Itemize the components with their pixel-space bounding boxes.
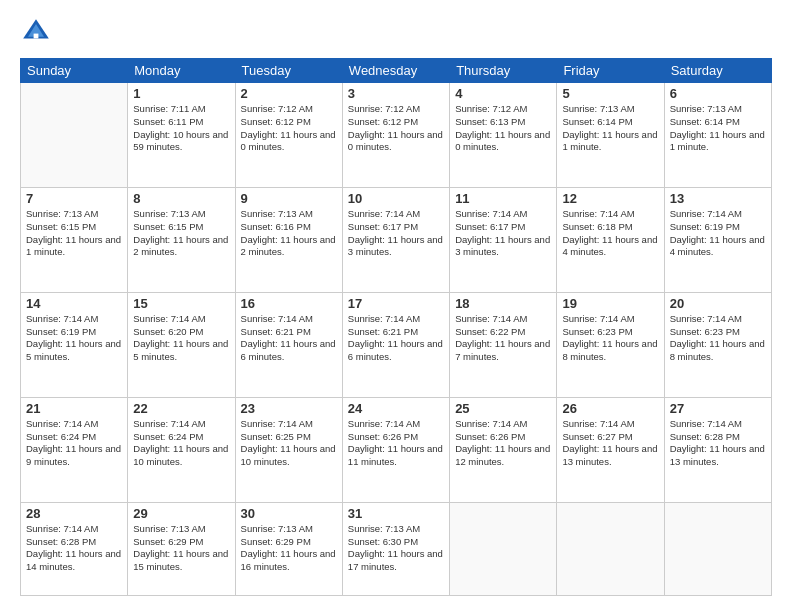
day-info: Sunrise: 7:14 AM Sunset: 6:23 PM Dayligh… bbox=[670, 313, 766, 364]
calendar-cell: 13Sunrise: 7:14 AM Sunset: 6:19 PM Dayli… bbox=[664, 187, 771, 292]
calendar-cell: 25Sunrise: 7:14 AM Sunset: 6:26 PM Dayli… bbox=[450, 397, 557, 502]
calendar-day-header: Sunday bbox=[21, 59, 128, 83]
day-number: 12 bbox=[562, 191, 658, 206]
calendar-cell: 14Sunrise: 7:14 AM Sunset: 6:19 PM Dayli… bbox=[21, 292, 128, 397]
calendar-cell: 15Sunrise: 7:14 AM Sunset: 6:20 PM Dayli… bbox=[128, 292, 235, 397]
day-number: 6 bbox=[670, 86, 766, 101]
day-number: 29 bbox=[133, 506, 229, 521]
day-number: 2 bbox=[241, 86, 337, 101]
day-number: 5 bbox=[562, 86, 658, 101]
day-info: Sunrise: 7:14 AM Sunset: 6:20 PM Dayligh… bbox=[133, 313, 229, 364]
calendar-cell: 7Sunrise: 7:13 AM Sunset: 6:15 PM Daylig… bbox=[21, 187, 128, 292]
day-number: 14 bbox=[26, 296, 122, 311]
day-info: Sunrise: 7:14 AM Sunset: 6:17 PM Dayligh… bbox=[348, 208, 444, 259]
day-number: 16 bbox=[241, 296, 337, 311]
day-number: 25 bbox=[455, 401, 551, 416]
calendar-cell: 24Sunrise: 7:14 AM Sunset: 6:26 PM Dayli… bbox=[342, 397, 449, 502]
calendar-day-header: Monday bbox=[128, 59, 235, 83]
page: SundayMondayTuesdayWednesdayThursdayFrid… bbox=[0, 0, 792, 612]
day-info: Sunrise: 7:13 AM Sunset: 6:30 PM Dayligh… bbox=[348, 523, 444, 574]
day-number: 11 bbox=[455, 191, 551, 206]
day-info: Sunrise: 7:13 AM Sunset: 6:15 PM Dayligh… bbox=[133, 208, 229, 259]
day-number: 24 bbox=[348, 401, 444, 416]
day-info: Sunrise: 7:14 AM Sunset: 6:28 PM Dayligh… bbox=[26, 523, 122, 574]
calendar-cell: 5Sunrise: 7:13 AM Sunset: 6:14 PM Daylig… bbox=[557, 83, 664, 188]
calendar-cell: 3Sunrise: 7:12 AM Sunset: 6:12 PM Daylig… bbox=[342, 83, 449, 188]
calendar-cell: 29Sunrise: 7:13 AM Sunset: 6:29 PM Dayli… bbox=[128, 502, 235, 595]
calendar-cell: 28Sunrise: 7:14 AM Sunset: 6:28 PM Dayli… bbox=[21, 502, 128, 595]
calendar-cell: 16Sunrise: 7:14 AM Sunset: 6:21 PM Dayli… bbox=[235, 292, 342, 397]
day-number: 20 bbox=[670, 296, 766, 311]
day-number: 10 bbox=[348, 191, 444, 206]
day-info: Sunrise: 7:13 AM Sunset: 6:14 PM Dayligh… bbox=[670, 103, 766, 154]
day-info: Sunrise: 7:14 AM Sunset: 6:24 PM Dayligh… bbox=[133, 418, 229, 469]
day-info: Sunrise: 7:13 AM Sunset: 6:16 PM Dayligh… bbox=[241, 208, 337, 259]
calendar-cell bbox=[450, 502, 557, 595]
day-info: Sunrise: 7:14 AM Sunset: 6:21 PM Dayligh… bbox=[241, 313, 337, 364]
day-info: Sunrise: 7:14 AM Sunset: 6:19 PM Dayligh… bbox=[26, 313, 122, 364]
calendar-day-header: Thursday bbox=[450, 59, 557, 83]
calendar-cell: 10Sunrise: 7:14 AM Sunset: 6:17 PM Dayli… bbox=[342, 187, 449, 292]
day-info: Sunrise: 7:14 AM Sunset: 6:26 PM Dayligh… bbox=[455, 418, 551, 469]
calendar-cell: 21Sunrise: 7:14 AM Sunset: 6:24 PM Dayli… bbox=[21, 397, 128, 502]
day-number: 19 bbox=[562, 296, 658, 311]
calendar-cell: 12Sunrise: 7:14 AM Sunset: 6:18 PM Dayli… bbox=[557, 187, 664, 292]
day-number: 9 bbox=[241, 191, 337, 206]
calendar-day-header: Friday bbox=[557, 59, 664, 83]
day-info: Sunrise: 7:14 AM Sunset: 6:18 PM Dayligh… bbox=[562, 208, 658, 259]
calendar-cell: 18Sunrise: 7:14 AM Sunset: 6:22 PM Dayli… bbox=[450, 292, 557, 397]
day-info: Sunrise: 7:13 AM Sunset: 6:29 PM Dayligh… bbox=[241, 523, 337, 574]
calendar-cell: 9Sunrise: 7:13 AM Sunset: 6:16 PM Daylig… bbox=[235, 187, 342, 292]
day-number: 26 bbox=[562, 401, 658, 416]
day-number: 21 bbox=[26, 401, 122, 416]
calendar-cell bbox=[557, 502, 664, 595]
day-number: 4 bbox=[455, 86, 551, 101]
day-info: Sunrise: 7:14 AM Sunset: 6:19 PM Dayligh… bbox=[670, 208, 766, 259]
calendar-header-row: SundayMondayTuesdayWednesdayThursdayFrid… bbox=[21, 59, 772, 83]
calendar-cell: 2Sunrise: 7:12 AM Sunset: 6:12 PM Daylig… bbox=[235, 83, 342, 188]
day-number: 15 bbox=[133, 296, 229, 311]
day-info: Sunrise: 7:14 AM Sunset: 6:17 PM Dayligh… bbox=[455, 208, 551, 259]
day-number: 7 bbox=[26, 191, 122, 206]
day-info: Sunrise: 7:14 AM Sunset: 6:24 PM Dayligh… bbox=[26, 418, 122, 469]
day-number: 28 bbox=[26, 506, 122, 521]
day-number: 27 bbox=[670, 401, 766, 416]
svg-rect-2 bbox=[34, 34, 39, 39]
day-info: Sunrise: 7:14 AM Sunset: 6:26 PM Dayligh… bbox=[348, 418, 444, 469]
calendar-day-header: Saturday bbox=[664, 59, 771, 83]
calendar-cell: 26Sunrise: 7:14 AM Sunset: 6:27 PM Dayli… bbox=[557, 397, 664, 502]
calendar-week-row: 28Sunrise: 7:14 AM Sunset: 6:28 PM Dayli… bbox=[21, 502, 772, 595]
day-number: 17 bbox=[348, 296, 444, 311]
calendar-week-row: 7Sunrise: 7:13 AM Sunset: 6:15 PM Daylig… bbox=[21, 187, 772, 292]
day-info: Sunrise: 7:13 AM Sunset: 6:14 PM Dayligh… bbox=[562, 103, 658, 154]
calendar-week-row: 14Sunrise: 7:14 AM Sunset: 6:19 PM Dayli… bbox=[21, 292, 772, 397]
day-info: Sunrise: 7:11 AM Sunset: 6:11 PM Dayligh… bbox=[133, 103, 229, 154]
calendar-day-header: Wednesday bbox=[342, 59, 449, 83]
calendar-cell bbox=[664, 502, 771, 595]
day-info: Sunrise: 7:14 AM Sunset: 6:25 PM Dayligh… bbox=[241, 418, 337, 469]
day-info: Sunrise: 7:14 AM Sunset: 6:27 PM Dayligh… bbox=[562, 418, 658, 469]
calendar-cell: 23Sunrise: 7:14 AM Sunset: 6:25 PM Dayli… bbox=[235, 397, 342, 502]
logo bbox=[20, 16, 56, 48]
calendar-cell: 6Sunrise: 7:13 AM Sunset: 6:14 PM Daylig… bbox=[664, 83, 771, 188]
logo-icon bbox=[20, 16, 52, 48]
day-info: Sunrise: 7:14 AM Sunset: 6:23 PM Dayligh… bbox=[562, 313, 658, 364]
calendar-table: SundayMondayTuesdayWednesdayThursdayFrid… bbox=[20, 58, 772, 596]
day-info: Sunrise: 7:14 AM Sunset: 6:21 PM Dayligh… bbox=[348, 313, 444, 364]
day-number: 13 bbox=[670, 191, 766, 206]
calendar-cell: 11Sunrise: 7:14 AM Sunset: 6:17 PM Dayli… bbox=[450, 187, 557, 292]
day-number: 31 bbox=[348, 506, 444, 521]
day-number: 18 bbox=[455, 296, 551, 311]
day-info: Sunrise: 7:13 AM Sunset: 6:29 PM Dayligh… bbox=[133, 523, 229, 574]
day-info: Sunrise: 7:14 AM Sunset: 6:28 PM Dayligh… bbox=[670, 418, 766, 469]
day-info: Sunrise: 7:14 AM Sunset: 6:22 PM Dayligh… bbox=[455, 313, 551, 364]
day-info: Sunrise: 7:12 AM Sunset: 6:13 PM Dayligh… bbox=[455, 103, 551, 154]
header bbox=[20, 16, 772, 48]
calendar-cell: 30Sunrise: 7:13 AM Sunset: 6:29 PM Dayli… bbox=[235, 502, 342, 595]
calendar-cell: 4Sunrise: 7:12 AM Sunset: 6:13 PM Daylig… bbox=[450, 83, 557, 188]
calendar-cell: 27Sunrise: 7:14 AM Sunset: 6:28 PM Dayli… bbox=[664, 397, 771, 502]
day-number: 3 bbox=[348, 86, 444, 101]
day-info: Sunrise: 7:12 AM Sunset: 6:12 PM Dayligh… bbox=[348, 103, 444, 154]
calendar-cell: 19Sunrise: 7:14 AM Sunset: 6:23 PM Dayli… bbox=[557, 292, 664, 397]
calendar-cell bbox=[21, 83, 128, 188]
